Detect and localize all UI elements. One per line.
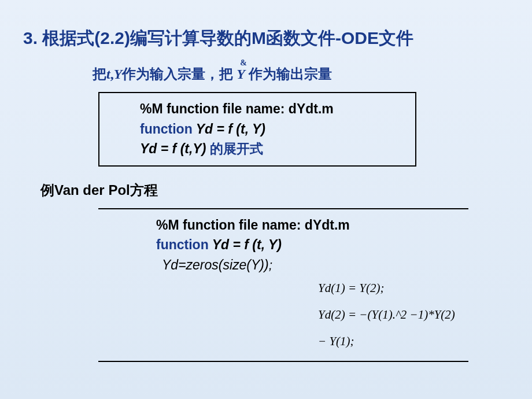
code-zeros-line: Yd=zeros(size(Y)); <box>162 255 463 275</box>
code-box-template: %M function file name: dYdt.m function Y… <box>98 92 416 167</box>
code-comment-2: %M function file name: dYdt.m <box>156 215 463 235</box>
code-function-line: function Yd = f (t, Y) <box>140 119 409 139</box>
math-eq2: Yd(2) = −(Y(1).^2 −1)*Y(2) − Y(1); <box>318 301 463 354</box>
expand-lhs: Yd = f (t,Y) <box>140 141 210 156</box>
expand-rhs: 的展开式 <box>210 142 263 156</box>
example-label: 例Van der Pol方程 <box>40 181 532 200</box>
code-box-example: %M function file name: dYdt.m function Y… <box>98 208 468 362</box>
code-comment: %M function file name: dYdt.m <box>140 99 409 119</box>
text-part3: 作为输出宗量 <box>249 66 332 82</box>
code-expand-line: Yd = f (t,Y) 的展开式 <box>140 139 409 160</box>
section-heading: 3. 根据式(2.2)编写计算导数的M函数文件-ODE文件 <box>0 0 532 50</box>
function-signature: Yd = f (t, Y) <box>193 121 265 136</box>
code-function-line-2: function Yd = f (t, Y) <box>156 235 463 255</box>
text-part2: 作为输入宗量，把 <box>122 66 237 82</box>
text-part1: 把 <box>93 66 106 82</box>
keyword-function-2: function <box>156 237 209 252</box>
io-description: 把t,Y作为输入宗量，把 Y 作为输出宗量 <box>93 65 532 83</box>
keyword-function: function <box>140 121 193 136</box>
var-Y: Y <box>114 66 123 82</box>
function-signature-2: Yd = f (t, Y) <box>209 237 282 252</box>
math-eq1: Yd(1) = Y(2); <box>318 275 463 301</box>
var-Ydot: Y <box>237 66 245 82</box>
var-t: t <box>106 66 110 82</box>
